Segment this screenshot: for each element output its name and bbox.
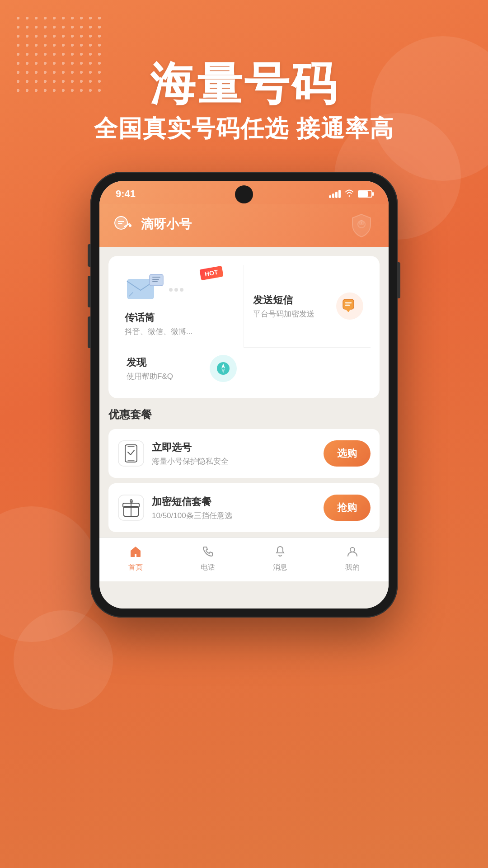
shield-icon — [348, 211, 375, 238]
feature-sms-title: 发送短信 — [253, 293, 314, 307]
phone-mockup: 9:41 — [90, 172, 398, 618]
nav-label-home: 首页 — [128, 563, 143, 572]
feature-discover[interactable]: 发现 使用帮助F&Q — [117, 348, 244, 389]
svg-point-21 — [350, 547, 355, 552]
app-content: HOT 传话筒 抖音、微信、微博... 发送短信 平台号码加密发送 — [99, 247, 389, 609]
package-2-name: 加密短信套餐 — [152, 495, 316, 509]
power-button — [398, 262, 400, 298]
package-card-1[interactable]: 立即选号 海量小号保护隐私安全 选购 — [108, 429, 380, 478]
nav-item-home[interactable]: 首页 — [99, 545, 172, 572]
home-icon — [129, 545, 142, 561]
hero-subtitle: 全国真实号码任选 接通率高 — [0, 113, 488, 145]
battery-icon — [358, 190, 372, 198]
hero-title: 海量号码 — [0, 54, 488, 115]
packages-section-title: 优惠套餐 — [108, 406, 380, 422]
feature-discover-desc: 使用帮助F&Q — [127, 371, 173, 382]
phone-frame: 9:41 — [90, 172, 398, 618]
package-1-info: 立即选号 海量小号保护隐私安全 — [152, 441, 316, 467]
camera-notch — [235, 185, 253, 203]
silent-button — [88, 244, 90, 267]
app-title: 滴呀小号 — [141, 216, 192, 233]
feature-send-sms[interactable]: 发送短信 平台号码加密发送 — [244, 265, 371, 348]
volume-up-button — [88, 276, 90, 307]
bell-icon — [274, 545, 286, 561]
package-1-name: 立即选号 — [152, 441, 316, 454]
nav-item-message[interactable]: 消息 — [244, 545, 316, 572]
hot-badge: HOT — [200, 266, 224, 280]
nav-label-phone: 电话 — [201, 563, 215, 572]
compass-icon — [210, 355, 237, 382]
feature-walkie-talkie[interactable]: HOT 传话筒 抖音、微信、微博... — [117, 265, 244, 348]
package-2-desc: 10/50/100条三挡任意选 — [152, 510, 316, 521]
app-logo: 滴呀小号 — [113, 213, 192, 236]
feature-envelope-illustration: HOT — [125, 272, 236, 304]
bottom-navigation: 首页 电话 — [99, 538, 389, 581]
feature-walkie-desc: 抖音、微信、微博... — [125, 326, 236, 337]
status-time: 9:41 — [116, 188, 136, 200]
volume-down-button — [88, 316, 90, 348]
package-2-info: 加密短信套餐 10/50/100条三挡任意选 — [152, 495, 316, 521]
status-bar: 9:41 — [99, 181, 389, 204]
feature-walkie-title: 传话筒 — [125, 311, 236, 325]
phone-screen: 9:41 — [99, 181, 389, 609]
sms-icon — [336, 292, 363, 320]
package-1-desc: 海量小号保护隐私安全 — [152, 456, 316, 467]
svg-rect-5 — [150, 274, 163, 286]
feature-sms-desc: 平台号码加密发送 — [253, 309, 314, 319]
phone-nav-icon — [202, 545, 214, 561]
signal-icon — [329, 190, 341, 198]
app-logo-icon — [113, 213, 136, 236]
mini-dots — [169, 288, 183, 292]
package-2-button[interactable]: 抢购 — [324, 495, 371, 521]
nav-item-profile[interactable]: 我的 — [316, 545, 389, 572]
feature-grid: HOT 传话筒 抖音、微信、微博... 发送短信 平台号码加密发送 — [108, 256, 380, 398]
app-header: 滴呀小号 — [99, 204, 389, 247]
status-icons — [329, 189, 372, 199]
circle-decoration-4 — [14, 610, 113, 710]
nav-label-message: 消息 — [273, 563, 287, 572]
nav-item-phone[interactable]: 电话 — [172, 545, 244, 572]
feature-discover-title: 发现 — [127, 356, 173, 369]
wifi-icon — [344, 189, 354, 199]
svg-rect-9 — [343, 299, 354, 309]
svg-point-1 — [129, 224, 131, 227]
package-phone-icon — [117, 440, 145, 467]
package-card-2[interactable]: 加密短信套餐 10/50/100条三挡任意选 抢购 — [108, 483, 380, 532]
user-icon — [346, 545, 359, 561]
package-gift-icon — [117, 494, 145, 521]
package-1-button[interactable]: 选购 — [324, 440, 371, 467]
nav-label-profile: 我的 — [345, 563, 360, 572]
